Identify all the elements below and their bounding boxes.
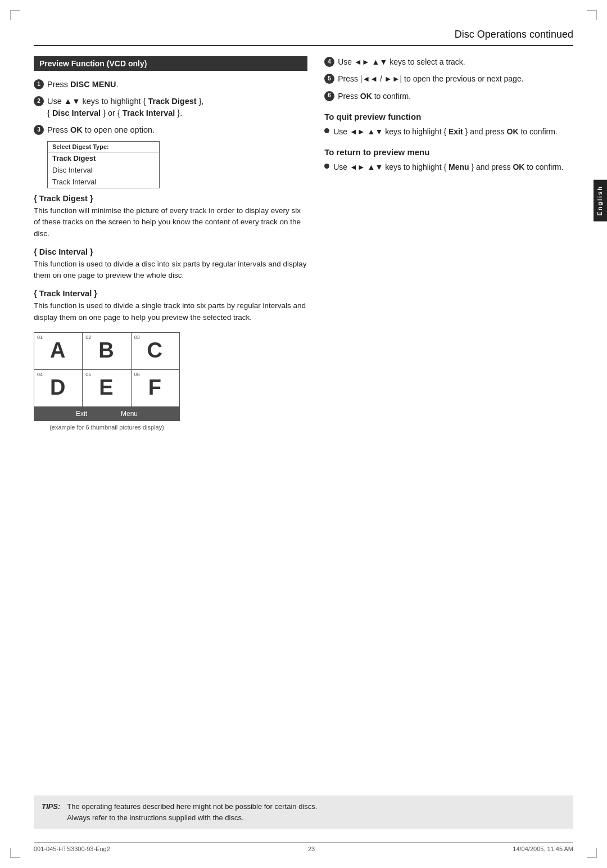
return-bullet	[324, 164, 329, 169]
corner-mark-tr	[587, 10, 597, 20]
thumb-cell-A: 01 A	[34, 333, 83, 369]
corner-mark-bl	[10, 848, 20, 858]
thumb-exit-label: Exit	[76, 410, 87, 418]
track-interval-title: { Track Interval }	[34, 289, 307, 298]
return-heading: To return to preview menu	[324, 147, 573, 157]
return-section: To return to preview menu Use ◄► ▲▼ keys…	[324, 147, 573, 173]
step-3: 3 Press OK to open one option.	[34, 124, 307, 135]
track-interval-section: { Track Interval } This function is used…	[34, 289, 307, 323]
quit-section: To quit preview function Use ◄► ▲▼ keys …	[324, 112, 573, 137]
thumb-cell-D: 04 D	[34, 370, 83, 406]
thumbnail-grid-container: 01 A 02 B 03 C 04 D	[34, 332, 180, 431]
step-2: 2 Use ▲▼ keys to highlight { Track Diges…	[34, 96, 307, 119]
step-num-3: 3	[34, 125, 44, 135]
quit-step: Use ◄► ▲▼ keys to highlight { Exit } and…	[324, 126, 573, 137]
track-digest-text: This function will minimise the picture …	[34, 205, 307, 239]
corner-mark-tl	[10, 10, 20, 20]
step-1-text: Press DISC MENU.	[47, 79, 119, 90]
quit-bullet	[324, 128, 329, 133]
digest-item-disc: Disc Interval	[48, 164, 159, 176]
footer-right: 14/04/2005, 11:45 AM	[513, 846, 573, 852]
page-header: Disc Operations continued	[34, 24, 573, 46]
track-digest-section: { Track Digest } This function will mini…	[34, 194, 307, 239]
step-1: 1 Press DISC MENU.	[34, 79, 307, 90]
thumb-cell-E: 05 E	[83, 370, 131, 406]
disc-interval-text: This function is used to divide a disc i…	[34, 259, 307, 282]
digest-item-track: Track Digest	[48, 152, 159, 164]
language-tab: English	[594, 180, 607, 221]
step-2-text: Use ▲▼ keys to highlight { Track Digest …	[47, 96, 204, 119]
thumb-cell-B: 02 B	[83, 333, 131, 369]
digest-box-header: Select Digest Type:	[48, 142, 159, 152]
step-5-text: Press |◄◄ / ►►| to open the previous or …	[338, 73, 523, 84]
left-column: Preview Function (VCD only) 1 Press DISC…	[34, 56, 307, 812]
track-digest-title: { Track Digest }	[34, 194, 307, 203]
step-4: 4 Use ◄► ▲▼ keys to select a track.	[324, 56, 573, 67]
digest-item-trackinterval: Track Interval	[48, 176, 159, 188]
thumb-row-2: 04 D 05 E 06 F	[34, 370, 179, 407]
page-footer: 001-045-HTS3300-93-Eng2 23 14/04/2005, 1…	[34, 842, 573, 852]
thumb-cell-F: 06 F	[132, 370, 179, 406]
footer-left: 001-045-HTS3300-93-Eng2	[34, 846, 110, 852]
corner-mark-br	[587, 848, 597, 858]
step-num-5: 5	[324, 74, 334, 84]
footer-center: 23	[308, 846, 315, 852]
disc-interval-title: { Disc Interval }	[34, 247, 307, 256]
quit-heading: To quit preview function	[324, 112, 573, 121]
digest-type-box: Select Digest Type: Track Digest Disc In…	[47, 141, 160, 188]
track-interval-text: This function is used to divide a single…	[34, 300, 307, 323]
step-4-text: Use ◄► ▲▼ keys to select a track.	[338, 56, 465, 67]
right-column: 4 Use ◄► ▲▼ keys to select a track. 5 Pr…	[324, 56, 573, 812]
tips-label: TIPS:	[42, 801, 60, 823]
disc-interval-section: { Disc Interval } This function is used …	[34, 247, 307, 282]
thumbnail-grid: 01 A 02 B 03 C 04 D	[34, 332, 180, 421]
step-3-text: Press OK to open one option.	[47, 124, 155, 135]
step-6: 6 Press OK to confirm.	[324, 91, 573, 102]
thumb-menu-label: Menu	[121, 410, 138, 418]
step-num-4: 4	[324, 57, 334, 67]
thumb-cell-C: 03 C	[132, 333, 179, 369]
step-num-2: 2	[34, 96, 44, 106]
page-title: Disc Operations continued	[34, 24, 573, 42]
step-num-1: 1	[34, 79, 44, 89]
main-content: Preview Function (VCD only) 1 Press DISC…	[34, 56, 573, 812]
tips-section: TIPS: The operating features described h…	[34, 795, 573, 829]
quit-text: Use ◄► ▲▼ keys to highlight { Exit } and…	[333, 126, 558, 137]
return-text: Use ◄► ▲▼ keys to highlight { Menu } and…	[333, 161, 563, 173]
tips-text: The operating features described here mi…	[67, 801, 317, 823]
thumb-caption: (example for 6 thumbnail pictures displa…	[34, 424, 180, 431]
section-header: Preview Function (VCD only)	[34, 56, 307, 71]
step-5: 5 Press |◄◄ / ►►| to open the previous o…	[324, 73, 573, 84]
step-num-6: 6	[324, 91, 334, 101]
thumb-row-1: 01 A 02 B 03 C	[34, 333, 179, 370]
return-step: Use ◄► ▲▼ keys to highlight { Menu } and…	[324, 161, 573, 173]
thumb-footer: Exit Menu	[34, 407, 179, 421]
step-6-text: Press OK to confirm.	[338, 91, 411, 102]
